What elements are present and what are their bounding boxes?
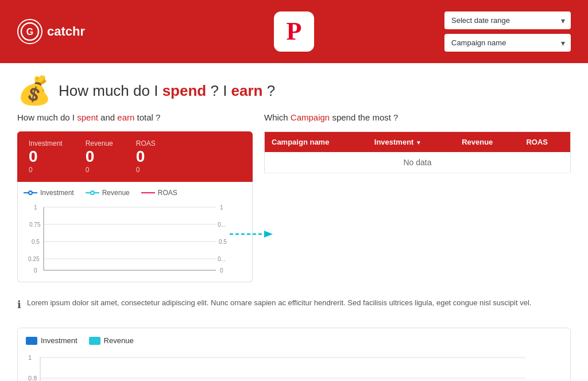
main-content: 💰 How much do I spend ? I earn ? How muc…	[0, 63, 588, 381]
right-subtitle: Which Campaign spend the most ?	[264, 112, 571, 122]
svg-point-3	[29, 191, 32, 195]
svg-text:1: 1	[28, 354, 32, 361]
legend-investment: Investment	[24, 189, 74, 197]
no-data-row: No data	[265, 152, 571, 173]
pinterest-symbol: P	[287, 19, 302, 44]
bottom-legend-investment: Investment	[26, 336, 78, 345]
date-range-wrapper[interactable]: Select date range	[444, 11, 571, 29]
campaign-name-wrapper[interactable]: Campaign name	[444, 34, 571, 52]
header: G catchr P Select date range Campaign na…	[0, 0, 588, 63]
svg-text:G: G	[26, 27, 33, 37]
svg-text:0.5: 0.5	[32, 239, 40, 245]
legend-roas: ROAS	[141, 189, 177, 197]
catchr-logo-icon: G	[17, 19, 42, 44]
svg-text:0.75: 0.75	[29, 221, 41, 228]
stat-revenue: Revenue 0 0	[86, 139, 113, 174]
bottom-legend: Investment Revenue	[26, 336, 562, 345]
right-column: Which Campaign spend the most ? Campaign…	[264, 112, 571, 282]
date-range-select[interactable]: Select date range	[444, 11, 571, 29]
stat-investment: Investment 0 0	[29, 139, 63, 174]
mini-chart: 1 0.75 0.5 0.25 0 1 0... 0.5 0... 0	[24, 201, 236, 276]
info-icon: ℹ	[17, 297, 21, 313]
info-box: ℹ Lorem ipsum dolor sit amet, consectetu…	[17, 291, 571, 318]
svg-text:0...: 0...	[218, 221, 226, 228]
stats-card: Investment 0 0 Revenue 0 0 ROAS 0 0	[17, 131, 253, 182]
svg-text:1: 1	[34, 204, 37, 211]
stat-roas: ROAS 0 0	[136, 139, 156, 174]
pinterest-logo: P	[274, 11, 314, 52]
chart-legend: Investment Revenue ROAS	[24, 189, 246, 197]
th-roas: ROAS	[519, 132, 570, 153]
dashed-arrow	[230, 227, 276, 243]
sort-arrow-icon: ▼	[416, 139, 421, 146]
logo-text: catchr	[47, 24, 85, 39]
left-subtitle: How much do I spent and earn total ?	[17, 112, 253, 122]
bottom-revenue-label: Revenue	[104, 336, 134, 345]
table-body: No data	[265, 152, 571, 173]
info-text: Lorem ipsum dolor sit amet, consectetur …	[27, 297, 531, 309]
revenue-color-box	[89, 337, 100, 345]
legend-revenue: Revenue	[86, 189, 130, 197]
svg-text:0.5: 0.5	[219, 239, 227, 245]
money-bag-icon: 💰	[17, 75, 52, 107]
svg-text:0: 0	[220, 267, 223, 274]
table-header: Campaign name Investment ▼ Revenue ROAS	[265, 132, 571, 153]
svg-text:1: 1	[220, 204, 223, 211]
bottom-chart: Investment Revenue 1 0.8	[17, 328, 571, 381]
svg-text:0: 0	[34, 267, 37, 274]
two-col-layout: How much do I spent and earn total ? Inv…	[17, 112, 571, 282]
th-revenue: Revenue	[455, 132, 519, 153]
no-data-cell: No data	[265, 152, 571, 173]
main-title: How much do I spend ? I earn ?	[59, 82, 275, 100]
svg-text:0.8: 0.8	[28, 375, 37, 381]
bottom-chart-svg: 1 0.8	[26, 352, 531, 381]
campaign-name-select[interactable]: Campaign name	[444, 34, 571, 52]
header-controls: Select date range Campaign name	[444, 11, 571, 52]
left-column: How much do I spent and earn total ? Inv…	[17, 112, 253, 282]
th-investment[interactable]: Investment ▼	[368, 132, 455, 153]
title-row: 💰 How much do I spend ? I earn ?	[17, 75, 571, 107]
investment-color-box	[26, 337, 37, 345]
logo-area: G catchr	[17, 19, 85, 44]
campaign-table: Campaign name Investment ▼ Revenue ROAS …	[264, 131, 571, 173]
bottom-investment-label: Investment	[41, 336, 78, 345]
svg-marker-24	[264, 231, 273, 238]
chart-card: Investment Revenue ROAS 1 0.75	[17, 182, 253, 282]
svg-text:0...: 0...	[218, 256, 226, 262]
svg-point-5	[91, 191, 94, 195]
th-campaign-name: Campaign name	[265, 132, 368, 153]
bottom-legend-revenue: Revenue	[89, 336, 134, 345]
svg-text:0.25: 0.25	[28, 256, 40, 262]
